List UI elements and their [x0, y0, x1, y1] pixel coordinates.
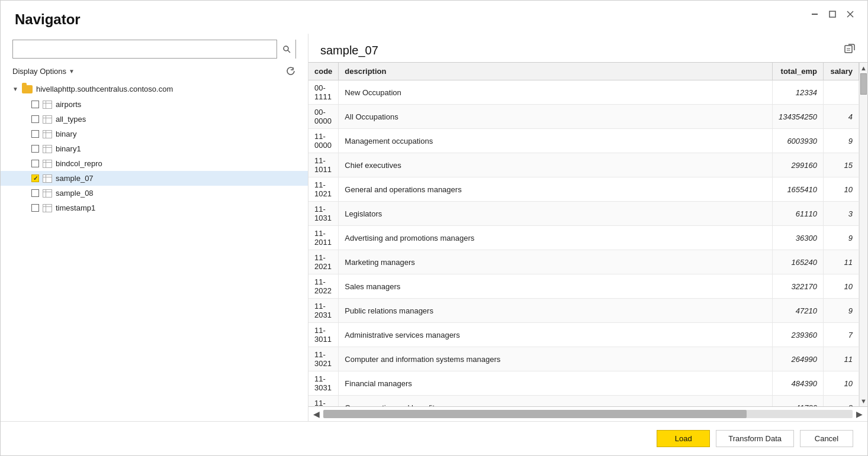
cell-code: 11-2021	[308, 250, 339, 274]
table-row: 11-0000Management occupations60039309	[308, 129, 859, 153]
tree-item-sample-08[interactable]: sample_08	[1, 186, 308, 200]
tree-item-binary[interactable]: binary	[1, 127, 308, 141]
cell-description: Financial managers	[339, 371, 773, 396]
checkbox-sample-08[interactable]	[31, 189, 39, 197]
tree-item-timestamp1[interactable]: timestamp1	[1, 200, 308, 215]
scroll-left-arrow[interactable]: ◀	[313, 409, 320, 419]
svg-line-5	[288, 50, 290, 53]
table-icon-binary1	[43, 145, 52, 153]
svg-rect-27	[43, 204, 52, 212]
close-button[interactable]	[845, 9, 856, 20]
table-icon-airports	[43, 101, 52, 109]
cell-total-emp: 484390	[772, 371, 823, 396]
preview-icon-button[interactable]	[844, 43, 856, 57]
vertical-scrollbar[interactable]: ▲ ▼	[859, 63, 867, 406]
table-icon-sample-07	[43, 174, 52, 183]
display-options-label: Display Options	[12, 67, 66, 76]
checkbox-binary1[interactable]	[31, 145, 39, 153]
checkbox-binary[interactable]	[31, 130, 39, 138]
svg-rect-30	[845, 46, 852, 53]
checkbox-timestamp1[interactable]	[31, 204, 39, 212]
dialog-title: Navigator	[15, 11, 81, 28]
cell-total-emp: 134354250	[772, 105, 823, 129]
checkbox-all-types[interactable]	[31, 115, 39, 123]
svg-rect-18	[43, 160, 52, 167]
table-icon-all-types	[43, 115, 52, 124]
cell-description: Advertising and promotions managers	[339, 226, 773, 250]
transform-data-button[interactable]: Transform Data	[716, 430, 794, 447]
table-row: 11-3041Compensation and benefits manager…	[308, 396, 859, 407]
tree-container: ▼ hivellaphttp.southcentralus.contoso.co…	[1, 81, 308, 421]
navigator-dialog: Navigator	[0, 0, 868, 456]
horizontal-scrollbar: ◀ ▶	[308, 406, 867, 421]
table-row: 11-2022Sales managers32217010	[308, 274, 859, 299]
table-container: code description total_emp salary 00-111…	[308, 62, 867, 421]
cell-description: Marketing managers	[339, 250, 773, 274]
cell-salary: 11	[824, 347, 859, 371]
cell-description: Management occupations	[339, 129, 773, 153]
table-row: 00-1111New Occupation12334	[308, 80, 859, 105]
svg-rect-21	[43, 174, 52, 182]
main-content: Display Options ▼ ▼ hivellaphttp.southce…	[1, 34, 867, 421]
cell-description: Computer and information systems manager…	[339, 347, 773, 371]
load-button[interactable]: Load	[657, 430, 710, 447]
scroll-thumb[interactable]	[860, 73, 867, 95]
display-options-button[interactable]: Display Options ▼	[12, 67, 75, 76]
table-icon-sample-08	[43, 189, 52, 198]
cell-code: 11-2022	[308, 274, 339, 299]
scroll-up-arrow[interactable]: ▲	[860, 63, 867, 73]
folder-icon	[22, 85, 33, 93]
table-row: 00-0000All Occupations1343542504	[308, 105, 859, 129]
cell-code: 00-0000	[308, 105, 339, 129]
svg-point-4	[284, 46, 288, 51]
refresh-button[interactable]	[285, 66, 296, 76]
cell-salary: 3	[824, 202, 859, 226]
item-label-binary: binary	[56, 130, 76, 138]
cell-salary: 4	[824, 105, 859, 129]
scroll-track-horizontal[interactable]	[323, 410, 853, 418]
cell-salary: 10	[824, 177, 859, 202]
table-scroll-inner[interactable]: code description total_emp salary 00-111…	[308, 63, 859, 406]
col-header-total-emp: total_emp	[772, 63, 823, 80]
cell-code: 11-3011	[308, 323, 339, 347]
scroll-track-area	[860, 73, 867, 396]
table-row: 11-2021Marketing managers16524011	[308, 250, 859, 274]
table-row: 11-2031Public relations managers472109	[308, 299, 859, 323]
cell-salary: 9	[824, 299, 859, 323]
checkbox-sample-07[interactable]	[31, 174, 39, 182]
tree-item-all-types[interactable]: all_types	[1, 112, 308, 127]
cell-total-emp: 47210	[772, 299, 823, 323]
search-input[interactable]	[13, 40, 277, 58]
item-label-bindcol-repro: bindcol_repro	[56, 159, 102, 168]
svg-rect-0	[812, 14, 818, 15]
checkbox-bindcol-repro[interactable]	[31, 160, 39, 167]
tree-item-sample-07[interactable]: sample_07	[1, 171, 308, 186]
scroll-right-arrow[interactable]: ▶	[856, 409, 863, 419]
cell-description: All Occupations	[339, 105, 773, 129]
maximize-button[interactable]	[827, 9, 838, 20]
search-button[interactable]	[277, 40, 295, 59]
cell-description: Public relations managers	[339, 299, 773, 323]
cell-code: 11-2031	[308, 299, 339, 323]
cell-description: Legislators	[339, 202, 773, 226]
tree-item-bindcol-repro[interactable]: bindcol_repro	[1, 156, 308, 171]
tree-item-airports[interactable]: airports	[1, 97, 308, 112]
cell-code: 11-3021	[308, 347, 339, 371]
preview-title: sample_07	[320, 44, 378, 57]
cell-total-emp: 1655410	[772, 177, 823, 202]
cell-total-emp: 299160	[772, 153, 823, 177]
scroll-thumb-horizontal[interactable]	[323, 410, 747, 418]
cell-code: 11-3031	[308, 371, 339, 396]
minimize-button[interactable]	[809, 9, 820, 20]
tree-server-node[interactable]: ▼ hivellaphttp.southcentralus.contoso.co…	[1, 81, 308, 97]
checkbox-airports[interactable]	[31, 101, 39, 108]
cell-description: Compensation and benefits managers	[339, 396, 773, 407]
cell-total-emp: 6003930	[772, 129, 823, 153]
item-label-airports: airports	[56, 100, 81, 109]
tree-item-binary1[interactable]: binary1	[1, 141, 308, 156]
cancel-button[interactable]: Cancel	[800, 430, 853, 447]
cell-code: 11-1031	[308, 202, 339, 226]
scroll-down-arrow[interactable]: ▼	[860, 396, 867, 406]
cell-description: Administrative services managers	[339, 323, 773, 347]
cell-total-emp: 165240	[772, 250, 823, 274]
